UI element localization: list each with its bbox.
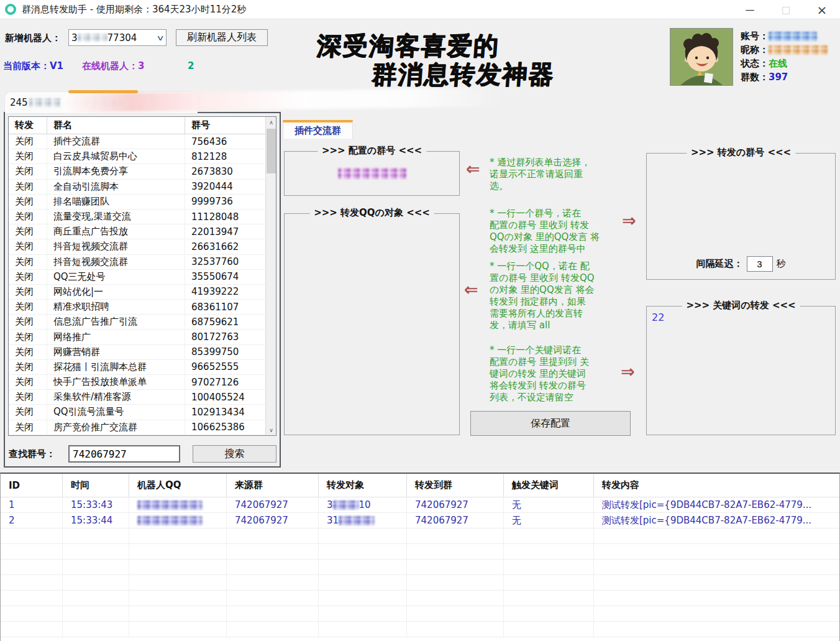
group-table-row[interactable]: 关闭QQ三无处号35550674	[9, 270, 265, 285]
group-table-row[interactable]: 关闭全自动引流脚本3920444	[9, 180, 265, 195]
banner-line2: 群消息转发神器	[371, 60, 555, 88]
delay-input[interactable]	[747, 256, 773, 272]
log-empty-cell	[504, 544, 594, 559]
search-button[interactable]: 搜索	[193, 445, 276, 463]
robot-dropdown-value-suffix: 77304	[107, 32, 137, 44]
group-table-scrollbar[interactable]: ∧ ∨	[265, 117, 276, 435]
group-table-row[interactable]: 关闭QQ引流号流量号102913434	[9, 405, 265, 420]
log-col-header: ID	[1, 474, 63, 497]
log-empty-cell	[63, 575, 129, 590]
log-empty-cell	[63, 606, 129, 621]
scroll-down-button[interactable]: ∨	[266, 425, 276, 435]
group-table-row[interactable]: 关闭商丘重点广告投放22013947	[9, 224, 265, 239]
arrow-left-icon: ⇐	[464, 280, 478, 299]
log-empty-cell	[1, 560, 63, 574]
log-empty-cell	[129, 591, 227, 606]
log-target-cell: 310	[319, 497, 407, 512]
version-line: 当前版本：V1	[3, 60, 63, 72]
group-number-cell: 80172763	[185, 330, 265, 344]
forward-group-textarea[interactable]	[647, 154, 835, 247]
save-config-button[interactable]: 保存配置	[470, 411, 631, 436]
maximize-button[interactable]: □	[768, 0, 804, 19]
log-empty-cell	[227, 528, 319, 543]
arrow-left-icon: ⇐	[466, 159, 480, 178]
qq-target-group-box: >>> 转发QQの对象 <<<	[284, 213, 460, 435]
search-group-label: 查找群号：	[9, 448, 55, 460]
group-table-row[interactable]: 关闭精准求职招聘68361107	[9, 300, 265, 315]
log-table: ID时间机器人QQ来源群转发对象转发到群触发关键词转发内容 115:33:437…	[0, 473, 840, 641]
log-empty-cell	[63, 544, 129, 559]
log-empty-cell	[227, 591, 319, 606]
group-table-row[interactable]: 关闭信息流广告推广引流68759621	[9, 315, 265, 330]
group-name-cell: 网络推广	[47, 330, 185, 344]
log-empty-cell	[1, 544, 63, 559]
group-table-row[interactable]: 关闭抖音短视频交流群26631662	[9, 239, 265, 254]
group-name-cell: 流量变现,渠道交流	[47, 210, 185, 224]
log-empty-cell	[407, 544, 504, 559]
group-table-row[interactable]: 关闭房产竞价推广交流群106625386	[9, 420, 265, 435]
group-table-row[interactable]: 关闭网络推广80172763	[9, 330, 265, 344]
minimize-button[interactable]: —	[732, 0, 768, 19]
log-empty-cell	[227, 575, 319, 590]
group-table-row[interactable]: 关闭插件交流群756436	[9, 134, 265, 149]
robot-dropdown[interactable]: 3 77304 ∨	[68, 29, 167, 46]
log-empty-cell	[594, 591, 839, 606]
group-table-row[interactable]: 关闭抖音短视频交流群32537760	[9, 255, 265, 270]
close-button[interactable]: ×	[804, 0, 840, 19]
redacted-robot-number	[78, 34, 107, 42]
group-name-cell: 白云皮具城贸易中心	[47, 149, 185, 164]
log-empty-cell	[319, 606, 407, 621]
group-number-cell: 68361107	[185, 300, 265, 314]
online-robots-label: 在线机器人：	[82, 60, 138, 71]
log-empty-cell	[407, 591, 504, 606]
group-table-row[interactable]: 关闭探花猫丨引流脚本总群96652555	[9, 360, 265, 375]
search-input[interactable]	[68, 445, 180, 463]
log-empty-cell	[594, 575, 839, 590]
window-controls: — □ ×	[732, 0, 840, 19]
log-empty-row	[1, 544, 839, 560]
group-forward-cell: 关闭	[9, 224, 47, 239]
group-number-cell: 97027126	[185, 375, 265, 389]
scroll-up-button[interactable]: ∧	[266, 117, 276, 127]
log-row[interactable]: 215:33:4474206792731742067927无测试转发[pic={…	[1, 513, 839, 528]
log-empty-cell	[63, 528, 129, 543]
scrollbar-thumb[interactable]	[267, 129, 276, 173]
log-empty-cell	[407, 575, 504, 590]
group-forward-cell: 关闭	[9, 300, 47, 314]
group-table-row[interactable]: 关闭快手广告投放接单派单97027126	[9, 375, 265, 390]
log-empty-row	[1, 528, 839, 544]
group-table-row[interactable]: 关闭白云皮具城贸易中心812128	[9, 149, 265, 164]
group-table-row[interactable]: 关闭网赚营销群85399750	[9, 345, 265, 360]
group-table-row[interactable]: 关闭引流脚本免费分享2673830	[9, 164, 265, 179]
refresh-robot-list-button[interactable]: 刷新机器人列表	[176, 29, 268, 46]
nickname-label: 昵称：	[741, 44, 769, 56]
group-table-row[interactable]: 关闭网站优化|一41939222	[9, 285, 265, 300]
log-keyword-cell: 无	[504, 497, 594, 512]
group-table-row[interactable]: 关闭流量变现,渠道交流11128048	[9, 210, 265, 224]
log-row[interactable]: 115:33:43742067927310742067927无测试转发[pic=…	[1, 497, 839, 513]
group-number-cell: 32537760	[185, 255, 265, 269]
group-tab-label: 245	[10, 97, 28, 108]
group-number-cell: 68759621	[185, 315, 265, 329]
log-empty-row	[1, 575, 839, 591]
log-empty-cell	[1, 528, 63, 543]
group-number-cell: 22013947	[185, 224, 265, 239]
group-number-cell: 100405524	[185, 390, 265, 404]
log-empty-cell	[504, 591, 594, 606]
group-number-cell: 2673830	[185, 164, 265, 178]
group-name-cell: 引流脚本免费分享	[47, 164, 185, 178]
group-name-cell: 网赚营销群	[47, 345, 185, 359]
log-empty-cell	[1, 606, 63, 621]
log-id-cell: 2	[1, 513, 63, 528]
qq-target-textarea[interactable]	[285, 214, 459, 435]
log-empty-cell	[319, 591, 407, 606]
redacted-account-value	[769, 32, 817, 41]
status-label: 状态：	[741, 58, 769, 70]
group-name-cell: 全自动引流脚本	[47, 180, 185, 194]
group-table-row[interactable]: 关闭采集软件/精准客源100405524	[9, 390, 265, 405]
group-table-row[interactable]: 关闭排名喵赚团队9999736	[9, 195, 265, 210]
log-to-group-cell: 742067927	[407, 513, 504, 528]
tab-plugin-group[interactable]: 插件交流群	[283, 120, 353, 139]
log-empty-row	[1, 591, 839, 606]
group-name-cell: 快手广告投放接单派单	[47, 375, 185, 389]
